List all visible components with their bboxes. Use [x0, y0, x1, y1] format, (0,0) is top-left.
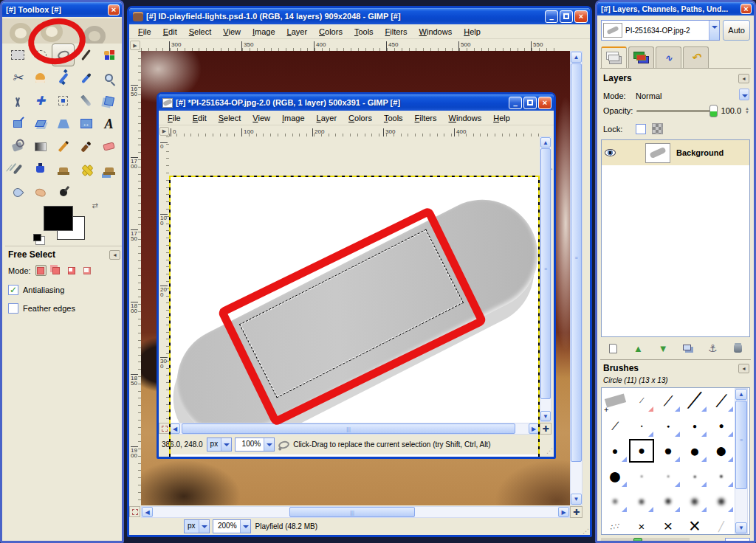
rect-select-tool[interactable]: [6, 44, 29, 66]
brush-item[interactable]: ●: [602, 438, 628, 463]
raise-layer-button[interactable]: ▲: [629, 340, 647, 356]
quick-mask-toggle[interactable]: [129, 506, 140, 517]
tab-channels[interactable]: [628, 46, 654, 68]
scroll-down-arrow[interactable]: ▼: [735, 522, 747, 533]
spacing-slider-handle[interactable]: [633, 538, 642, 543]
brush-item[interactable]: ×: [628, 513, 655, 535]
menu-item[interactable]: File: [132, 26, 157, 38]
brush-item[interactable]: ●: [708, 438, 735, 463]
unit-select[interactable]: px: [184, 519, 210, 533]
opacity-spinner[interactable]: ▲▼: [745, 107, 749, 114]
perspective-clone-tool[interactable]: [97, 158, 120, 181]
foreground-select-tool[interactable]: [29, 66, 52, 89]
paintbrush-tool[interactable]: [75, 135, 97, 158]
resize-grip[interactable]: ⋰: [583, 528, 589, 534]
brush-item[interactable]: ╱: [708, 513, 735, 535]
menu-item[interactable]: Tools: [378, 112, 409, 124]
brush-item[interactable]: ●: [628, 438, 655, 463]
menu-item[interactable]: File: [162, 112, 187, 124]
scrollbar-thumb[interactable]: ≡: [735, 401, 747, 489]
smudge-tool[interactable]: [29, 181, 52, 204]
ruler-menu-button[interactable]: ▶: [159, 127, 169, 136]
scroll-down-arrow[interactable]: ▼: [571, 494, 582, 505]
duplicate-layer-button[interactable]: [679, 340, 697, 356]
main-maximize-button[interactable]: [560, 10, 573, 23]
anchor-layer-button[interactable]: ⚓: [704, 340, 721, 356]
ellipse-select-tool[interactable]: [29, 44, 52, 66]
scroll-right-arrow[interactable]: ▶: [529, 423, 539, 434]
brush-scrollbar[interactable]: ▲ ≡ ▼: [735, 388, 748, 534]
brush-item[interactable]: ●: [681, 438, 708, 463]
opacity-slider[interactable]: [636, 110, 717, 112]
dock-titlebar[interactable]: [#] Layers, Channels, Paths, Und... ×: [597, 2, 754, 15]
mode-add-button[interactable]: [51, 265, 62, 276]
brush-item[interactable]: ●: [628, 413, 655, 438]
shear-tool[interactable]: [29, 112, 52, 135]
pencil-tool[interactable]: [52, 135, 75, 158]
ruler-menu-button[interactable]: ▶: [130, 41, 140, 50]
brush-item[interactable]: ●: [708, 463, 735, 488]
brush-item[interactable]: ●: [708, 488, 735, 513]
zoom-select[interactable]: 200%: [213, 519, 251, 533]
foreground-color-swatch[interactable]: [44, 206, 73, 231]
lock-alpha-toggle[interactable]: [652, 123, 663, 134]
image-canvas[interactable]: [169, 176, 540, 459]
layer-mode-select[interactable]: [739, 89, 749, 103]
brush-item[interactable]: ●: [655, 463, 681, 488]
feather-edges-checkbox[interactable]: [8, 303, 18, 314]
auto-button[interactable]: Auto: [723, 20, 750, 41]
toolbox-close-button[interactable]: ×: [108, 4, 120, 15]
brush-item[interactable]: ●: [655, 438, 681, 463]
brush-item[interactable]: ●: [681, 488, 708, 513]
menu-item[interactable]: Image: [247, 26, 281, 38]
menu-item[interactable]: Edit: [157, 26, 183, 38]
mode-subtract-button[interactable]: [66, 265, 78, 276]
fuzzy-select-tool[interactable]: [75, 44, 97, 66]
menu-item[interactable]: Filters: [409, 112, 443, 124]
brush-item[interactable]: [602, 388, 628, 413]
new-layer-button[interactable]: [605, 340, 622, 356]
main-close-button[interactable]: ×: [574, 10, 588, 23]
flip-tool[interactable]: ↔: [75, 112, 97, 135]
free-select-tool[interactable]: [52, 44, 75, 66]
select-by-color-tool[interactable]: [97, 44, 120, 66]
delete-layer-button[interactable]: [729, 340, 746, 356]
menu-item[interactable]: Help: [487, 112, 516, 124]
scroll-up-arrow[interactable]: ▲: [735, 389, 747, 400]
layer-row-background[interactable]: Background: [602, 140, 749, 165]
scrollbar-thumb[interactable]: |||: [182, 423, 515, 434]
brush-item[interactable]: ●: [708, 413, 735, 438]
brush-item[interactable]: ●: [602, 488, 628, 513]
brush-item[interactable]: ╱: [602, 413, 628, 438]
clone-tool[interactable]: [52, 158, 75, 181]
main-titlebar[interactable]: [#] ID-playfield-lights.psd-1.0 (RGB, 14…: [129, 8, 590, 24]
main-horizontal-scrollbar[interactable]: ◀ ||| ▶: [141, 506, 570, 518]
menu-item[interactable]: Edit: [187, 112, 213, 124]
menu-item[interactable]: Layer: [281, 26, 314, 38]
bucket-fill-tool[interactable]: [6, 135, 29, 158]
main-vertical-ruler[interactable]: 165017001750180018501900: [129, 51, 141, 505]
menu-item[interactable]: Select: [183, 26, 218, 38]
image-minimize-button[interactable]: –: [509, 97, 522, 109]
image-vertical-scrollbar[interactable]: ▲ ≡ ▼: [540, 136, 551, 422]
scale-tool[interactable]: [6, 112, 29, 135]
unit-select[interactable]: px: [207, 437, 233, 452]
color-picker-tool[interactable]: [75, 66, 97, 89]
navigation-button[interactable]: ✚: [570, 506, 583, 518]
chevron-down-icon[interactable]: [240, 520, 250, 533]
brush-item[interactable]: ●: [628, 463, 655, 488]
move-tool[interactable]: ✚: [29, 89, 52, 112]
brush-item[interactable]: ×: [681, 513, 708, 535]
brush-item[interactable]: ●: [655, 488, 681, 513]
chevron-down-icon[interactable]: [264, 438, 274, 451]
opacity-slider-handle[interactable]: [709, 105, 718, 117]
brush-item[interactable]: ╱: [708, 388, 735, 413]
dodge-burn-tool[interactable]: [52, 181, 75, 204]
tab-undo-history[interactable]: ↶: [683, 46, 709, 68]
brush-item[interactable]: ●: [628, 488, 655, 513]
airbrush-tool[interactable]: [6, 158, 29, 181]
measure-tool[interactable]: [6, 89, 29, 112]
brush-item[interactable]: ●: [602, 463, 628, 488]
menu-item[interactable]: Tools: [348, 26, 379, 38]
collapse-layers-button[interactable]: ◂: [738, 74, 749, 83]
